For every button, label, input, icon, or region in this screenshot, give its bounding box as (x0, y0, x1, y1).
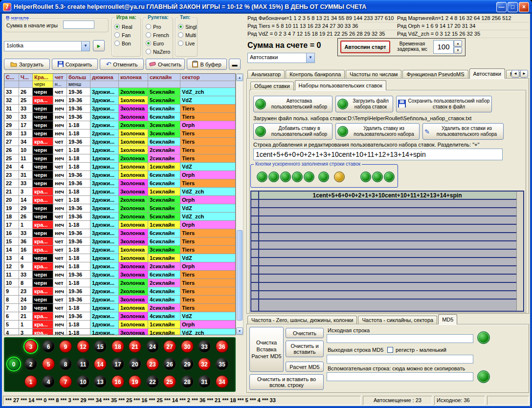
board-number-2[interactable]: 2 (24, 358, 37, 370)
board-number-36[interactable]: 36 (216, 340, 228, 353)
minimize-button[interactable]: — (496, 2, 507, 12)
delay-spinner-value[interactable]: 100 (433, 40, 454, 54)
board-number-21[interactable]: 21 (129, 340, 141, 353)
lowercase-checkbox[interactable] (387, 347, 393, 353)
md5-clear-paste-calc-button[interactable]: Очистка Вставка Расчет MD5 (249, 327, 284, 372)
bet-chip-6-icon[interactable] (318, 172, 329, 182)
bet-list-row-5[interactable] (251, 241, 523, 250)
radio-option-fan[interactable]: Fan (112, 31, 140, 39)
undo-button[interactable]: ↶ Отменить (100, 59, 144, 70)
table-row-11[interactable]: 1133черннеч19-363дюжи...3колонка6сиклайн… (4, 271, 235, 279)
load-set-file-button[interactable]: Загрузить файл набора ставок (335, 96, 393, 112)
main-tab-0[interactable]: Анализатор (247, 70, 285, 79)
radio-option-multi[interactable]: Multi (176, 31, 197, 39)
table-row-31[interactable]: 3133черннеч19-363дюжи...3колонка6сиклайн… (4, 105, 235, 113)
board-number-26[interactable]: 26 (163, 358, 176, 370)
table-row-24[interactable]: 244чернчет1-181дюжи...1колонка1сиклайнVd… (4, 163, 235, 171)
maximize-button[interactable]: □ (508, 2, 518, 12)
main-tab-4[interactable]: Автоставки (469, 68, 505, 79)
bet-chip-gold-icon[interactable] (334, 172, 345, 182)
bet-list-row-3[interactable] (251, 225, 523, 233)
board-number-29[interactable]: 29 (181, 358, 194, 370)
scrollbar-up-button[interactable]: ▲ (236, 74, 243, 81)
board-number-25[interactable]: 25 (163, 375, 176, 388)
board-number-10[interactable]: 10 (77, 375, 89, 388)
sub-tab-1[interactable]: Наборы пользовательских ставок (295, 80, 386, 90)
md5-output-input[interactable] (327, 355, 473, 364)
bet-chip-3-icon[interactable] (280, 172, 291, 182)
md5-clear-and-paste-button[interactable]: Очистить и вставить (286, 341, 324, 357)
bet-list-row-0[interactable] (251, 200, 523, 208)
board-number-13[interactable]: 13 (94, 375, 107, 388)
board-number-4[interactable]: 4 (42, 375, 55, 388)
table-row-20[interactable]: 2014кра...чет1-182дюжи...2колонка3сиклай… (4, 196, 235, 204)
autospin-start-button[interactable]: Автоспин старт (340, 41, 390, 53)
bet-list-row-10[interactable] (251, 283, 523, 291)
table-row-28[interactable]: 2813черннеч1-182дюжи...1колонка3сиклайнT… (4, 129, 235, 138)
close-button[interactable]: × (519, 2, 529, 12)
table-row-17[interactable]: 171кра...неч1-181дюжи...1колонка1сиклайн… (4, 221, 235, 229)
board-number-34[interactable]: 34 (216, 375, 228, 388)
bet-list-row-2[interactable] (251, 216, 523, 225)
table-row-29[interactable]: 2917черннеч1-182дюжи...2колонка3сиклайнO… (4, 121, 235, 129)
main-tab-2[interactable]: Частоты по числам (346, 70, 401, 79)
table-row-27[interactable]: 2734кра...чет19-363дюжи...1колонка6сикла… (4, 138, 235, 146)
slot-combobox[interactable]: 1slotka ▼ (4, 41, 90, 51)
main-tab-3[interactable]: Функционал PsevdoMS (402, 70, 468, 79)
md5-calc-button[interactable]: Расчет MD5 (286, 362, 324, 372)
bottom-tab-1[interactable]: Частота - сиклайны, сектора (358, 316, 437, 324)
board-number-14[interactable]: 14 (94, 358, 107, 370)
table-row-15[interactable]: 1536кра...чет19-363дюжи...3колонка6сикла… (4, 237, 235, 246)
table-row-16[interactable]: 1633черннеч19-363дюжи...3колонка6сиклайн… (4, 229, 235, 237)
radio-option-pro[interactable]: Pro (143, 22, 173, 31)
table-row-33[interactable]: 3326чернчет19-363дюжи...2колонка5сиклайн… (4, 88, 235, 96)
table-row-6[interactable]: 621кра...неч19-362дюжи...3колонка4сиклай… (4, 312, 235, 321)
board-number-9[interactable]: 9 (59, 340, 72, 353)
table-row-7[interactable]: 710чернчет1-181дюжи...1колонка2сиклайнTi… (4, 304, 235, 312)
spinner-up-icon[interactable]: ▲ (454, 40, 462, 47)
board-number-22[interactable]: 22 (146, 375, 159, 388)
board-number-17[interactable]: 17 (111, 358, 124, 370)
board-number-5[interactable]: 5 (42, 358, 55, 370)
bottom-tab-2[interactable]: MD5 (438, 314, 457, 324)
chevron-down-icon[interactable]: ▼ (306, 53, 314, 63)
md5-clear-button[interactable]: Очистить (286, 328, 324, 338)
table-row-18[interactable]: 1826чернчет19-363дюжи...2колонка5сиклайн… (4, 213, 235, 221)
board-number-11[interactable]: 11 (77, 358, 89, 370)
tab-scroll-right-button[interactable]: ► (520, 70, 528, 78)
bet-list-row-8[interactable] (251, 266, 523, 275)
table-row-12[interactable]: 129кра...неч1-181дюжи...3колонка2сиклайн… (4, 262, 235, 271)
table-row-30[interactable]: 3033черннеч19-363дюжи...3колонка6сиклайн… (4, 113, 235, 121)
board-number-0[interactable]: 0 (7, 358, 20, 370)
table-row-22[interactable]: 2233черннеч19-363дюжи...3колонка6сиклайн… (4, 179, 235, 188)
bet-chip-8-icon[interactable] (360, 172, 371, 182)
table-row-9[interactable]: 923кра...неч19-362дюжи...2колонка4сиклай… (4, 287, 235, 296)
bet-list-row-11[interactable] (251, 291, 523, 300)
radio-option-real[interactable]: Real (112, 22, 140, 31)
md5-aux-chip-button[interactable] (477, 370, 490, 383)
clear-button[interactable]: Очистить (146, 59, 185, 70)
tab-scroll-left-button[interactable]: ◄ (511, 70, 519, 78)
add-bet-button[interactable]: Добавить ставку в пользовательский набор (253, 123, 332, 140)
load-button[interactable]: Загрузить (4, 59, 50, 70)
board-number-30[interactable]: 30 (181, 340, 194, 353)
chevron-down-icon[interactable]: ▼ (81, 42, 89, 51)
bet-list-row-1[interactable] (251, 208, 523, 216)
board-number-3[interactable]: 3 (24, 340, 37, 353)
board-number-1[interactable]: 1 (24, 375, 37, 388)
table-row-13[interactable]: 134чернчет1-181дюжи...1колонка1сиклайнVd… (4, 254, 235, 262)
bet-list-row-9[interactable] (251, 275, 523, 283)
save-button[interactable]: Сохранить (52, 59, 98, 70)
copy-buffer-button[interactable]: В буфер (187, 59, 227, 70)
delete-all-bets-button[interactable]: ✎ Удалить все ставки из пользовательског… (422, 123, 504, 140)
autobet-user-set-button[interactable]: Автоставка пользовательский набор (253, 96, 332, 112)
board-number-19[interactable]: 19 (129, 375, 141, 388)
bet-chip-9-icon[interactable] (372, 172, 383, 182)
spinner-down-icon[interactable]: ▼ (454, 47, 462, 54)
board-number-33[interactable]: 33 (198, 340, 211, 353)
radio-option-singl[interactable]: Singl (176, 22, 197, 31)
board-number-28[interactable]: 28 (181, 375, 194, 388)
board-number-8[interactable]: 8 (59, 358, 72, 370)
radio-option-euro[interactable]: Euro (143, 39, 173, 47)
board-number-31[interactable]: 31 (198, 375, 211, 388)
